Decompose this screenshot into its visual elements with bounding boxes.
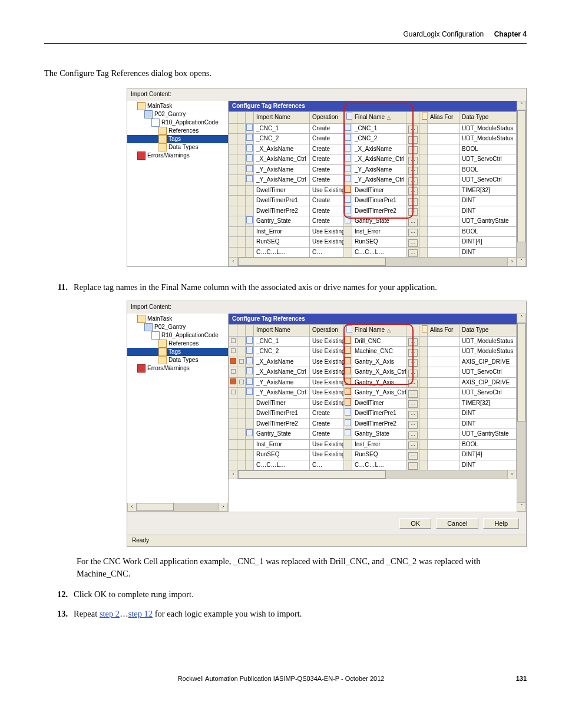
cell-final-name[interactable]: C…C…L… (352, 460, 406, 470)
cell-operation[interactable]: Use Existing (310, 388, 344, 398)
ok-button[interactable]: OK (399, 518, 431, 529)
cell-final-name[interactable]: DwellTimerPre2 (352, 419, 406, 429)
cell-final-name[interactable]: Drill_CNC (352, 336, 406, 347)
tree-references[interactable]: References (127, 340, 228, 348)
browse-button[interactable]: … (406, 460, 419, 470)
cell-operation[interactable]: Create (310, 216, 344, 227)
link-step-12[interactable]: step 12 (128, 609, 153, 618)
cell-operation[interactable]: Create (310, 206, 344, 216)
col-operation[interactable]: Operation (310, 112, 344, 124)
col-import-name[interactable]: Import Name (254, 325, 310, 337)
table-row[interactable]: Gantry_StateCreateGantry_State…UDT_Gantr… (229, 216, 517, 227)
browse-button[interactable]: … (406, 398, 419, 409)
cell-final-name[interactable]: RunSEQ (352, 237, 406, 248)
browse-button[interactable]: … (406, 123, 419, 134)
cell-final-name[interactable]: RunSEQ (352, 450, 406, 460)
table-row[interactable]: _Y_AxisNameUse ExistingGantry_Y_Axis…AXI… (229, 377, 517, 388)
cell-final-name[interactable]: Gantry_Y_Axis_Ctrl (352, 388, 406, 398)
col-final-name[interactable]: Final Name△ (352, 112, 406, 124)
tree-appcode[interactable]: R10_ApplicationCode (127, 331, 228, 340)
cell-operation[interactable]: Create (310, 175, 344, 186)
browse-button[interactable]: … (406, 439, 419, 450)
table-row[interactable]: DwellTimerPre2CreateDwellTimerPre2…DINT (229, 419, 517, 429)
tree-tags[interactable]: Tags (127, 348, 228, 356)
cell-final-name[interactable]: DwellTimerPre1 (352, 409, 406, 419)
browse-button[interactable]: … (406, 347, 419, 357)
cell-final-name[interactable]: Inst_Error (352, 439, 406, 450)
tree-tags[interactable]: Tags (127, 135, 228, 143)
tree-errors[interactable]: Errors/Warnings (127, 364, 228, 373)
table-row[interactable]: _X_AxisNameCreate_X_AxisName…BOOL (229, 144, 517, 154)
table-row[interactable]: DwellTimerUse ExistingDwellTimer…TIMER[3… (229, 185, 517, 196)
cell-operation[interactable]: Use Existing (310, 450, 344, 460)
cell-final-name[interactable]: C…C…L… (352, 247, 406, 258)
cell-operation[interactable]: Use Existing (310, 237, 344, 248)
table-row[interactable]: RunSEQUse ExistingRunSEQ…DINT[4] (229, 450, 517, 460)
horizontal-scrollbar[interactable]: ‹› (229, 258, 517, 266)
tree-datatypes[interactable]: Data Types (127, 356, 228, 364)
tree-appcode[interactable]: R10_ApplicationCode (127, 118, 228, 127)
cell-final-name[interactable]: DwellTimer (352, 185, 406, 196)
table-row[interactable]: _CNC_2Use ExistingMachine_CNC…UDT_Module… (229, 347, 517, 357)
cell-final-name[interactable]: _CNC_2 (352, 134, 406, 144)
table-row[interactable]: DwellTimerUse ExistingDwellTimer…TIMER[3… (229, 398, 517, 409)
table-row[interactable]: C…C…L…C…C…C…L……DINT (229, 247, 517, 258)
cell-operation[interactable]: Create (310, 419, 344, 429)
cell-final-name[interactable]: Machine_CNC (352, 347, 406, 357)
cell-final-name[interactable]: Gantry_State (352, 429, 406, 440)
browse-button[interactable]: … (406, 196, 419, 206)
tree-maintask[interactable]: MainTask (127, 102, 228, 110)
table-row[interactable]: _X_AxisName_CtrlUse ExistingGantry_X_Axi… (229, 367, 517, 378)
browse-button[interactable]: … (406, 429, 419, 440)
cell-final-name[interactable]: Inst_Error (352, 226, 406, 237)
table-row[interactable]: _CNC_2Create_CNC_2…UDT_ModuleStatus (229, 134, 517, 144)
cell-operation[interactable]: Use Existing (310, 367, 344, 378)
col-alias-for[interactable]: Alias For (428, 325, 459, 337)
cell-operation[interactable]: Create (310, 154, 344, 165)
tree-references[interactable]: References (127, 127, 228, 135)
cell-operation[interactable]: Create (310, 134, 344, 144)
tree-horizontal-scrollbar[interactable]: ‹› (127, 503, 228, 512)
browse-button[interactable]: … (406, 144, 419, 154)
browse-button[interactable]: … (406, 134, 419, 144)
cell-final-name[interactable]: Gantry_Y_Axis (352, 377, 406, 388)
cell-operation[interactable]: Create (310, 196, 344, 206)
browse-button[interactable]: … (406, 237, 419, 248)
cell-final-name[interactable]: _X_AxisName_Ctrl (352, 154, 406, 165)
table-row[interactable]: Inst_ErrorUse ExistingInst_Error…BOOL (229, 439, 517, 450)
col-alias-for[interactable]: Alias For (428, 112, 459, 124)
cell-final-name[interactable]: _Y_AxisName_Ctrl (352, 175, 406, 186)
col-final-icon[interactable] (344, 112, 352, 124)
table-row[interactable]: C…C…L…C…C…C…L……DINT (229, 460, 517, 470)
browse-button[interactable]: … (406, 206, 419, 216)
table-row[interactable]: Gantry_StateCreateGantry_State…UDT_Gantr… (229, 429, 517, 440)
col-operation[interactable]: Operation (310, 325, 344, 337)
cell-operation[interactable]: Use Existing (310, 357, 344, 367)
browse-button[interactable]: … (406, 357, 419, 367)
cell-operation[interactable]: Create (310, 409, 344, 419)
cell-operation[interactable]: Use Existing (310, 398, 344, 409)
cancel-button[interactable]: Cancel (436, 518, 478, 529)
help-button[interactable]: Help (483, 518, 519, 529)
col-final-icon[interactable] (344, 325, 352, 337)
tree-program[interactable]: P02_Gantry (127, 110, 228, 118)
cell-final-name[interactable]: Gantry_X_Axis (352, 357, 406, 367)
tree-datatypes[interactable]: Data Types (127, 143, 228, 151)
cell-operation[interactable]: Use Existing (310, 439, 344, 450)
cell-operation[interactable]: Use Existing (310, 336, 344, 347)
browse-button[interactable]: … (406, 336, 419, 347)
tree-program[interactable]: P02_Gantry (127, 323, 228, 331)
cell-final-name[interactable]: _Y_AxisName (352, 164, 406, 175)
browse-button[interactable]: … (406, 164, 419, 175)
browse-button[interactable]: … (406, 247, 419, 258)
cell-final-name[interactable]: DwellTimerPre1 (352, 196, 406, 206)
tree-maintask[interactable]: MainTask (127, 315, 228, 323)
cell-final-name[interactable]: Gantry_X_Axis_Ctrl (352, 367, 406, 378)
col-alias-icon[interactable] (419, 112, 428, 124)
table-row[interactable]: _CNC_1Use ExistingDrill_CNC…UDT_ModuleSt… (229, 336, 517, 347)
table-row[interactable]: Inst_ErrorUse ExistingInst_Error…BOOL (229, 226, 517, 237)
table-row[interactable]: _X_AxisNameUse ExistingGantry_X_Axis…AXI… (229, 357, 517, 367)
cell-operation[interactable]: Create (310, 429, 344, 440)
cell-operation[interactable]: C… (310, 247, 344, 258)
col-final-name[interactable]: Final Name△ (352, 325, 406, 337)
